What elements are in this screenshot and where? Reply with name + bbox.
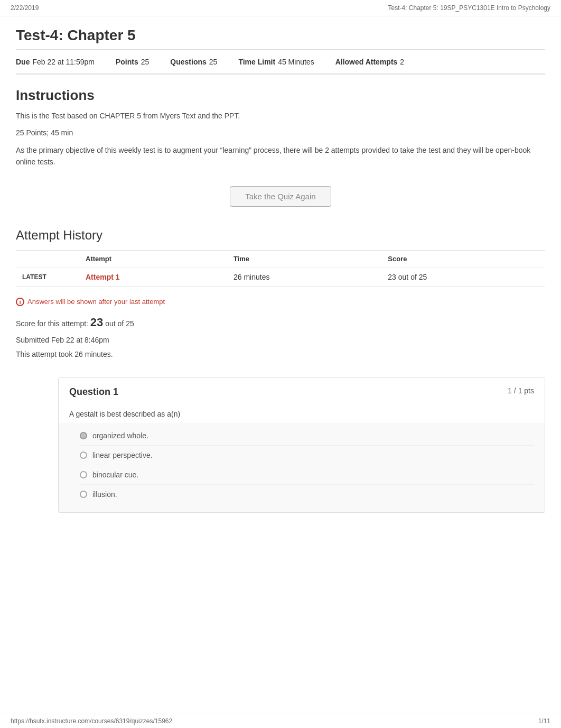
answer-option-2-text: linear perspective. — [92, 451, 153, 459]
meta-points-value: 25 — [141, 58, 149, 66]
col-header-attempt: Attempt — [79, 250, 227, 267]
quiz-again-container: Take the Quiz Again — [16, 173, 545, 223]
duration-line: This attempt took 26 minutes. — [16, 347, 545, 362]
meta-due-label: Due — [16, 58, 30, 66]
meta-due-value: Feb 22 at 11:59pm — [32, 58, 95, 66]
page-title: Test-4: Chapter 5 — [16, 16, 545, 50]
attempt-history-title: Attempt History — [16, 223, 545, 250]
main-content: Test-4: Chapter 5 Due Feb 22 at 11:59pm … — [0, 16, 561, 534]
answer-option-3-text: binocular cue. — [92, 471, 138, 479]
instructions-para-3: As the primary objective of this weekly … — [16, 144, 545, 168]
date-label: 2/22/2019 — [11, 4, 39, 12]
meta-timelimit-label: Time Limit — [238, 58, 275, 66]
question-1-body: A gestalt is best described as a(n) — [59, 403, 545, 423]
question-1-block: Question 1 1 / 1 pts A gestalt is best d… — [58, 377, 545, 513]
instructions-para-2: 25 Points; 45 min — [16, 127, 545, 139]
attempt-score-cell: 23 out of 25 — [381, 267, 545, 287]
attempt-time-cell: 26 minutes — [227, 267, 381, 287]
attempt-link-cell[interactable]: Attempt 1 — [79, 267, 227, 287]
radio-circle-3 — [80, 471, 87, 478]
info-icon: i — [16, 298, 24, 306]
meta-attempts-label: Allowed Attempts — [335, 58, 398, 66]
breadcrumb: Test-4: Chapter 5: 19SP_PSYC1301E Intro … — [388, 4, 550, 12]
meta-attempts-value: 2 — [400, 58, 404, 66]
meta-bar: Due Feb 22 at 11:59pm Points 25 Question… — [16, 50, 545, 75]
take-quiz-again-button[interactable]: Take the Quiz Again — [230, 186, 331, 207]
answer-option-4-text: illusion. — [92, 490, 117, 499]
top-bar: 2/22/2019 Test-4: Chapter 5: 19SP_PSYC13… — [0, 0, 561, 16]
question-1-label: Question 1 — [69, 386, 118, 398]
table-row: LATEST Attempt 1 26 minutes 23 out of 25 — [16, 267, 545, 287]
answer-option-1-text: organized whole. — [92, 431, 148, 440]
instructions-title: Instructions — [16, 75, 545, 110]
score-number: 23 — [90, 316, 103, 329]
answers-notice-text: Answers will be shown after your last at… — [27, 298, 165, 306]
latest-label: LATEST — [16, 267, 79, 287]
score-details: Score for this attempt: 23 out of 25 Sub… — [16, 311, 545, 362]
meta-questions-value: 25 — [209, 58, 218, 66]
col-header-latest — [16, 250, 79, 267]
radio-circle-1 — [80, 432, 87, 439]
meta-points-label: Points — [116, 58, 138, 66]
radio-circle-2 — [80, 451, 87, 459]
col-header-score: Score — [381, 250, 545, 267]
answer-option-4: illusion. — [80, 485, 534, 504]
score-info-box: i Answers will be shown after your last … — [16, 298, 545, 362]
answer-option-1: organized whole. — [80, 426, 534, 446]
meta-timelimit-value: 45 Minutes — [278, 58, 314, 66]
answer-option-2: linear perspective. — [80, 446, 534, 465]
answers-notice: i Answers will be shown after your last … — [16, 298, 545, 306]
score-line: Score for this attempt: 23 out of 25 — [16, 311, 545, 334]
meta-points: Points 25 — [116, 58, 149, 66]
radio-circle-4 — [80, 491, 87, 498]
table-header-row: Attempt Time Score — [16, 250, 545, 267]
question-1-header: Question 1 1 / 1 pts — [59, 378, 545, 403]
meta-questions-label: Questions — [170, 58, 206, 66]
meta-timelimit: Time Limit 45 Minutes — [238, 58, 314, 66]
attempt-history-table: Attempt Time Score LATEST Attempt 1 26 m… — [16, 250, 545, 287]
col-header-time: Time — [227, 250, 381, 267]
instructions-para-1: This is the Test based on CHAPTER 5 from… — [16, 110, 545, 122]
question-1-options: organized whole. linear perspective. bin… — [59, 423, 545, 512]
meta-due: Due Feb 22 at 11:59pm — [16, 58, 95, 66]
score-out-of: out of 25 — [105, 319, 134, 328]
attempt-1-link[interactable]: Attempt 1 — [86, 273, 120, 281]
question-1-pts: 1 / 1 pts — [508, 386, 534, 395]
answer-option-3: binocular cue. — [80, 465, 534, 485]
score-text-label: Score for this attempt: — [16, 319, 88, 328]
meta-attempts: Allowed Attempts 2 — [335, 58, 405, 66]
meta-questions: Questions 25 — [170, 58, 217, 66]
submitted-line: Submitted Feb 22 at 8:46pm — [16, 333, 545, 347]
